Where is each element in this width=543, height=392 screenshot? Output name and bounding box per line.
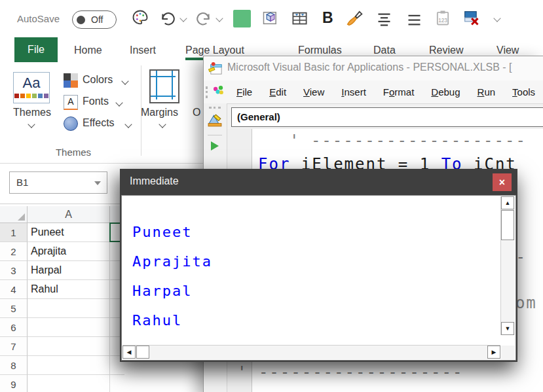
- tab-formulas[interactable]: Formulas: [298, 45, 342, 56]
- tab-file[interactable]: File: [14, 37, 58, 62]
- 3d-models-icon[interactable]: [261, 9, 280, 29]
- vertical-scroll-thumb[interactable]: [501, 210, 514, 240]
- menu-debug[interactable]: Debug: [422, 81, 468, 103]
- theme-fonts-icon: A: [64, 95, 78, 110]
- menu-format[interactable]: Format: [375, 81, 423, 103]
- name-box[interactable]: B1: [9, 171, 107, 194]
- immediate-title-bar[interactable]: Immediate ×: [120, 169, 517, 195]
- bold-button[interactable]: B: [322, 9, 333, 27]
- colors-button[interactable]: Colors: [83, 74, 113, 86]
- general-dropdown[interactable]: (General): [231, 107, 543, 127]
- cell-a6[interactable]: [28, 318, 110, 337]
- run-macro-icon[interactable]: [211, 141, 219, 151]
- row-header[interactable]: 4: [0, 280, 28, 299]
- immediate-line: Rahul: [132, 312, 182, 329]
- immediate-title: Immediate: [130, 175, 179, 187]
- table-row: 3 Harpal: [0, 261, 124, 280]
- cell-a8[interactable]: [28, 356, 110, 375]
- scroll-up-icon[interactable]: ▲: [501, 196, 514, 209]
- row-header[interactable]: 8: [0, 356, 28, 375]
- table-row: 4 Rahul: [0, 280, 124, 299]
- menu-tools[interactable]: Tools: [504, 81, 543, 103]
- table-row: 8: [0, 356, 124, 375]
- menu-run[interactable]: Run: [469, 81, 504, 103]
- scroll-left-icon[interactable]: ◀: [122, 346, 136, 359]
- justify-align-icon[interactable]: [405, 10, 423, 31]
- qat-customize-chevron-icon[interactable]: [493, 14, 500, 22]
- row-header[interactable]: 5: [0, 299, 28, 318]
- themes-chevron-icon[interactable]: [28, 120, 35, 128]
- close-icon[interactable]: ×: [493, 173, 512, 191]
- format-painter-icon[interactable]: [345, 9, 364, 30]
- toolbar-drag-handle-icon[interactable]: [206, 86, 208, 98]
- paste-values-clipboard-icon[interactable]: 123: [434, 9, 452, 29]
- vertical-scrollbar[interactable]: ▲ ▼: [500, 196, 515, 335]
- code-comment-line: ' -------------------: [237, 363, 463, 382]
- svg-text:123: 123: [438, 18, 447, 24]
- redo-dropdown-chevron-icon[interactable]: [215, 14, 223, 22]
- tab-view[interactable]: View: [496, 45, 519, 56]
- cell-a4[interactable]: Rahul: [28, 280, 110, 299]
- redo-icon[interactable]: [195, 10, 212, 30]
- colors-chevron-icon[interactable]: [121, 77, 128, 84]
- row-header[interactable]: 3: [0, 261, 28, 280]
- effects-button[interactable]: Effects: [83, 117, 115, 129]
- themes-group-label: Themes: [41, 147, 106, 158]
- general-dropdown-value: (General): [237, 111, 280, 122]
- fonts-button[interactable]: Fonts: [83, 96, 109, 107]
- undo-dropdown-chevron-icon[interactable]: [179, 14, 187, 22]
- column-header-a[interactable]: A: [28, 206, 110, 223]
- themes-button[interactable]: Themes: [9, 107, 55, 118]
- design-mode-icon[interactable]: [207, 113, 223, 132]
- cell-a3[interactable]: Harpal: [28, 261, 110, 280]
- effects-chevron-icon[interactable]: [124, 120, 132, 128]
- theme-colors-icon: [64, 73, 78, 88]
- theme-palette-icon[interactable]: [131, 9, 149, 29]
- freeze-panes-table-icon[interactable]: [291, 9, 309, 29]
- cell-a5[interactable]: [28, 299, 110, 318]
- horizontal-scroll-thumb[interactable]: [136, 346, 149, 359]
- margins-chevron-icon[interactable]: [159, 120, 166, 128]
- menu-insert[interactable]: Insert: [333, 81, 375, 103]
- cell-a1[interactable]: Puneet: [28, 223, 110, 242]
- name-box-value: B1: [16, 177, 28, 188]
- menu-file[interactable]: File: [228, 81, 261, 103]
- menu-edit[interactable]: Edit: [261, 81, 295, 103]
- menu-view[interactable]: View: [295, 81, 333, 103]
- scroll-right-icon[interactable]: ▶: [487, 346, 500, 359]
- orientation-button-label-partial[interactable]: O: [193, 107, 200, 118]
- row-header[interactable]: 1: [0, 223, 28, 242]
- margins-button[interactable]: Margins: [141, 107, 178, 118]
- select-all-corner[interactable]: [0, 206, 28, 223]
- row-header[interactable]: 9: [0, 375, 28, 392]
- cell-a9[interactable]: [28, 375, 110, 392]
- fonts-chevron-icon[interactable]: [115, 99, 122, 106]
- tab-insert[interactable]: Insert: [130, 45, 156, 56]
- row-header[interactable]: 7: [0, 337, 28, 356]
- vba-app-icon: [208, 61, 223, 79]
- tab-page-layout[interactable]: Page Layout: [185, 45, 244, 56]
- row-header[interactable]: 6: [0, 318, 28, 337]
- vba-title-bar[interactable]: Microsoft Visual Basic for Applications …: [204, 56, 543, 81]
- undo-icon[interactable]: [159, 10, 176, 30]
- cell-a7[interactable]: [28, 337, 110, 356]
- table-row: 9: [0, 375, 124, 392]
- themes-gallery-icon[interactable]: Aa: [13, 72, 50, 103]
- immediate-line: Aprajita: [132, 253, 212, 270]
- vba-project-icon: [212, 84, 225, 100]
- tab-review[interactable]: Review: [429, 45, 463, 56]
- center-align-icon[interactable]: [375, 10, 393, 31]
- fill-color-swatch-icon[interactable]: [233, 10, 251, 27]
- tab-home[interactable]: Home: [74, 45, 102, 56]
- row-header[interactable]: 2: [0, 242, 28, 261]
- toolbar-drag-handle-icon[interactable]: [209, 107, 221, 109]
- autosave-toggle[interactable]: Off: [72, 10, 117, 29]
- tab-data[interactable]: Data: [373, 45, 396, 56]
- immediate-content[interactable]: Puneet Aprajita Harpal Rahul ▲ ▼ ◀ ▶: [121, 195, 516, 361]
- horizontal-scrollbar[interactable]: ◀ ▶: [122, 345, 500, 359]
- scroll-down-icon[interactable]: ▼: [501, 322, 514, 335]
- cell-a2[interactable]: Aprajita: [28, 242, 110, 261]
- margins-icon[interactable]: [149, 69, 179, 103]
- delete-cells-icon[interactable]: [462, 9, 480, 29]
- name-box-dropdown-icon[interactable]: [94, 181, 101, 185]
